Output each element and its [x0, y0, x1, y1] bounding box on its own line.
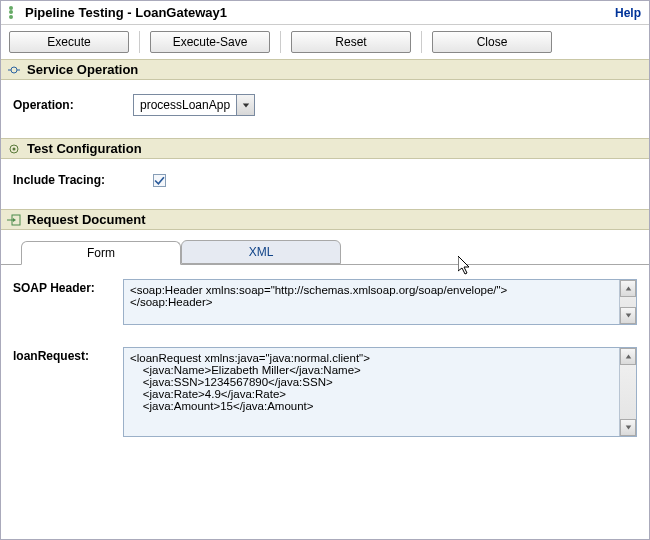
- pipeline-icon: [9, 6, 19, 20]
- loan-request-field-wrap: [123, 347, 637, 437]
- svg-point-5: [13, 147, 16, 150]
- divider: [280, 31, 281, 53]
- service-operation-header: Service Operation: [1, 59, 649, 80]
- execute-save-button[interactable]: Execute-Save: [150, 31, 270, 53]
- test-configuration-header: Test Configuration: [1, 138, 649, 159]
- checkmark-icon: [154, 175, 165, 186]
- execute-button[interactable]: Execute: [9, 31, 129, 53]
- scrollbar[interactable]: [619, 280, 636, 324]
- reset-button[interactable]: Reset: [291, 31, 411, 53]
- operation-label: Operation:: [13, 98, 113, 112]
- operation-select[interactable]: processLoanApp: [133, 94, 255, 116]
- tab-form-label: Form: [87, 246, 115, 260]
- soap-header-field-wrap: [123, 279, 637, 325]
- page-title: Pipeline Testing - LoanGateway1: [25, 5, 227, 20]
- request-doc-tabs: Form XML: [1, 240, 649, 265]
- close-button[interactable]: Close: [432, 31, 552, 53]
- divider: [139, 31, 140, 53]
- action-button-row: Execute Execute-Save Reset Close: [1, 25, 649, 59]
- service-operation-body: Operation: processLoanApp: [1, 80, 649, 138]
- tab-xml[interactable]: XML: [181, 240, 341, 264]
- gear-icon: [7, 142, 21, 156]
- svg-marker-9: [625, 286, 631, 290]
- svg-marker-3: [242, 103, 248, 107]
- section-title: Service Operation: [27, 62, 138, 77]
- scroll-up-icon[interactable]: [620, 348, 636, 365]
- svg-marker-11: [625, 354, 631, 358]
- chevron-down-icon: [236, 95, 254, 115]
- arrow-in-icon: [7, 213, 21, 227]
- loan-request-textarea[interactable]: [124, 348, 619, 436]
- scrollbar[interactable]: [619, 348, 636, 436]
- section-title: Test Configuration: [27, 141, 142, 156]
- soap-header-label: SOAP Header:: [13, 279, 113, 295]
- title-bar: Pipeline Testing - LoanGateway1 Help: [1, 1, 649, 25]
- service-icon: [7, 63, 21, 77]
- divider: [421, 31, 422, 53]
- svg-point-0: [11, 67, 17, 73]
- request-document-header: Request Document: [1, 209, 649, 230]
- tab-xml-label: XML: [249, 245, 274, 259]
- svg-marker-12: [625, 425, 631, 429]
- operation-selected-value: processLoanApp: [134, 95, 236, 115]
- test-configuration-body: Include Tracing:: [1, 159, 649, 209]
- section-title: Request Document: [27, 212, 145, 227]
- form-tab-panel: SOAP Header: loanRequest:: [1, 265, 649, 473]
- svg-marker-8: [13, 218, 16, 222]
- include-tracing-label: Include Tracing:: [13, 173, 133, 187]
- scroll-up-icon[interactable]: [620, 280, 636, 297]
- tab-form[interactable]: Form: [21, 241, 181, 265]
- include-tracing-checkbox[interactable]: [153, 174, 166, 187]
- svg-marker-10: [625, 313, 631, 317]
- soap-header-textarea[interactable]: [124, 280, 619, 324]
- scroll-down-icon[interactable]: [620, 419, 636, 436]
- loan-request-label: loanRequest:: [13, 347, 113, 363]
- scroll-down-icon[interactable]: [620, 307, 636, 324]
- help-link[interactable]: Help: [615, 6, 641, 20]
